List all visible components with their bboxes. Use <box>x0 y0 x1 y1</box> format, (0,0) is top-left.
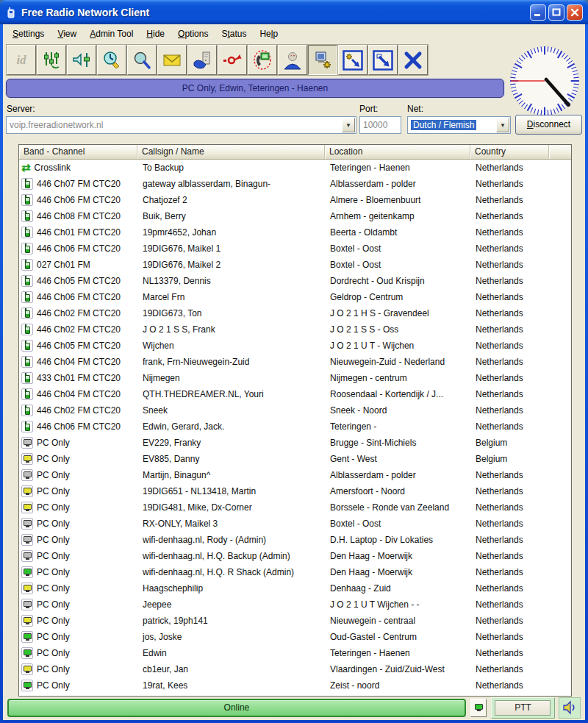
table-row[interactable]: 446 Ch04 FM CTC20QTH.THEDREAMER.NL, Your… <box>19 386 571 402</box>
server-dropdown-arrow[interactable]: ▼ <box>342 118 355 132</box>
table-row[interactable]: 446 Ch04 FM CTC20frank, Frn-Nieuwegein-Z… <box>19 354 571 370</box>
gear-export-button[interactable] <box>338 45 368 75</box>
table-row[interactable]: 446 Ch06 FM CTC20Marcel FrnGeldrop - Cen… <box>19 289 571 305</box>
table-row[interactable]: PC Only19DIG481, Mike, Dx-CornerBorssele… <box>19 499 571 516</box>
online-button[interactable]: Online <box>7 699 466 717</box>
table-row[interactable]: 433 Ch01 FM CTC20NijmegenNijmegen - cent… <box>19 370 571 386</box>
server-hand-button[interactable] <box>187 45 217 75</box>
audio-mixer-button[interactable] <box>37 45 66 75</box>
volume-slider-button[interactable] <box>67 45 96 75</box>
search-button[interactable] <box>127 45 157 75</box>
volume-slider-icon <box>72 51 91 70</box>
cell-location: Teteringen - Haenen <box>325 163 470 173</box>
table-row[interactable]: PC Only19DIG651 - NL13418, MartinAmersfo… <box>19 483 571 499</box>
cell-callsign-name: wifi-denhaag.nl, H.Q. R Shack (Admin) <box>137 567 325 577</box>
minimize-arrow-button[interactable] <box>368 45 398 75</box>
table-row[interactable]: PC OnlyRX-ONLY, Maikel 3Boxtel - OostNet… <box>19 516 571 532</box>
cell-band-channel: 446 Ch07 FM CTC20 <box>19 178 137 190</box>
table-row[interactable]: 446 Ch05 FM CTC20WijchenJ O 2 1 U T - Wi… <box>19 338 571 354</box>
table-row[interactable]: PC OnlyEdwinTeteringen - HaenenNetherlan… <box>19 645 571 661</box>
table-row[interactable]: 446 Ch02 FM CTC2019DIG673, TonJ O 2 1 H … <box>19 305 571 321</box>
net-label: Net: <box>407 104 423 114</box>
menu-help[interactable]: Help <box>253 26 284 41</box>
cell-band-channel: 446 Ch08 FM CTC20 <box>19 210 137 222</box>
id-button[interactable]: id <box>7 45 36 75</box>
cell-country: Netherlands <box>470 405 571 416</box>
cell-callsign-name: frank, Frn-Nieuwegein-Zuid <box>137 357 325 367</box>
ptt-button[interactable]: PTT <box>495 700 551 716</box>
table-row[interactable]: PC OnlyMartijn, Binagun^Alblasserdam - p… <box>19 467 571 483</box>
net-dropdown-arrow[interactable]: ▼ <box>496 118 509 132</box>
table-row[interactable]: PC OnlyHaagschephilipDenhaag - ZuidNethe… <box>19 580 571 596</box>
cell-callsign-name: Marcel Frn <box>137 292 325 302</box>
menu-view[interactable]: View <box>51 26 83 41</box>
table-row[interactable]: ⇄CrosslinkTo BackupTeteringen - HaenenNe… <box>19 160 571 176</box>
phone-link-button[interactable] <box>248 45 277 75</box>
pc-online-icon <box>473 702 484 713</box>
cell-band-channel: 446 Ch04 FM CTC20 <box>19 356 137 368</box>
server-combobox[interactable]: voip.freeradionetwork.nl ▼ <box>6 116 356 134</box>
minimize-button[interactable] <box>530 4 546 21</box>
frn-client-window: Free Radio Network Client Settings View … <box>0 0 588 723</box>
table-row[interactable]: 446 Ch06 FM CTC20Chatjozef 2Almere - Blo… <box>19 192 571 208</box>
mail-button[interactable] <box>157 45 187 75</box>
menu-settings[interactable]: Settings <box>6 26 51 41</box>
minimize-arrow-icon <box>373 50 393 71</box>
header-band-channel[interactable]: Band - Channel <box>19 145 137 159</box>
net-combobox[interactable]: Dutch / Flemish ▼ <box>407 116 511 134</box>
record-button[interactable] <box>218 45 247 75</box>
menu-hide[interactable]: Hide <box>140 26 171 41</box>
table-row[interactable]: PC OnlyEV885, DannyGent - WestBelgium <box>19 451 571 467</box>
table-row[interactable]: PC Onlyjos, JoskeOud-Gastel - CentrumNet… <box>19 629 571 645</box>
table-row[interactable]: 446 Ch01 FM CTC2019pmr4652, JohanBeerta … <box>19 224 571 241</box>
table-row[interactable]: 446 Ch07 FM CTC20gateway alblasserdam, B… <box>19 176 571 192</box>
header-location[interactable]: Location <box>325 145 470 159</box>
header-callsign-name[interactable]: Callsign / Name <box>137 145 325 159</box>
table-row[interactable]: 446 Ch06 FM CTC2019DIG676, Maikel 1Boxte… <box>19 241 571 257</box>
table-row[interactable]: PC Onlycb1eur, JanVlaardingen - Zuid/Zui… <box>19 661 571 677</box>
cell-country: Netherlands <box>470 324 571 335</box>
cell-band-channel: PC Only <box>19 615 137 627</box>
cell-callsign-name: Edwin <box>137 648 325 658</box>
table-row[interactable]: PC Onlywifi-denhaag.nl, H.Q. R Shack (Ad… <box>19 564 571 580</box>
cell-band-channel: 446 Ch04 FM CTC20 <box>19 388 137 400</box>
cell-country: Netherlands <box>470 276 571 286</box>
table-row[interactable]: PC OnlyEV229, FrankyBrugge - Sint-Michie… <box>19 435 571 451</box>
table-row[interactable]: PC Onlywifi-denhaag.nl, H.Q. Backup (Adm… <box>19 548 571 564</box>
cell-callsign-name: Wijchen <box>137 341 325 351</box>
header-country[interactable]: Country <box>470 145 549 159</box>
cell-callsign-name: 19DIG676, Maikel 2 <box>137 260 325 270</box>
maximize-button[interactable] <box>548 4 564 21</box>
time-announce-button[interactable] <box>97 45 126 75</box>
table-row[interactable]: 027 Ch01 FM19DIG676, Maikel 2Boxtel - Oo… <box>19 257 571 273</box>
cell-callsign-name: Haagschephilip <box>137 583 325 594</box>
user-button[interactable] <box>278 45 307 75</box>
table-row[interactable]: 446 Ch08 FM CTC20Buik, BerryArnhem - gei… <box>19 208 571 224</box>
search-icon <box>132 51 151 70</box>
table-row[interactable]: 446 Ch02 FM CTC20J O 2 1 S S, FrankJ O 2… <box>19 321 571 338</box>
table-row[interactable]: 446 Ch05 FM CTC20NL13379, DennisDordrech… <box>19 273 571 289</box>
radio-icon <box>21 340 33 352</box>
table-row[interactable]: PC Onlypatrick, 19ph141Nieuwegein - cent… <box>19 613 571 629</box>
table-row[interactable]: PC Only19rat, KeesZeist - noordNetherlan… <box>19 677 571 694</box>
menu-admin-tool[interactable]: Admin Tool <box>83 26 140 41</box>
cell-location: Boxtel - Oost <box>325 243 470 254</box>
close-button[interactable] <box>567 4 583 21</box>
speaker-icon[interactable] <box>562 699 578 716</box>
cell-band-channel: PC Only <box>19 663 137 675</box>
status-banner: PC Only, Edwin, Teteringen - Haenen <box>6 79 504 98</box>
user-icon <box>283 51 302 70</box>
cell-band-channel: 027 Ch01 FM <box>19 259 137 271</box>
cell-location: Geldrop - Centrum <box>325 292 470 302</box>
pc-settings-button[interactable] <box>308 45 337 75</box>
cell-band-channel: PC Only <box>19 534 137 546</box>
table-row[interactable]: PC OnlyJeepeeJ O 2 1 U T Wijchen - -Neth… <box>19 596 571 613</box>
cell-location: J O 2 1 H S - Gravendeel <box>325 308 470 318</box>
menu-status[interactable]: Status <box>215 26 253 41</box>
menu-options[interactable]: Options <box>171 26 215 41</box>
table-row[interactable]: 446 Ch06 FM CTC20Edwin, Gerard, Jack.Tet… <box>19 419 571 435</box>
port-input[interactable]: 10000 <box>359 116 401 134</box>
table-row[interactable]: PC Onlywifi-denhaag.nl, Rody - (Admin)D.… <box>19 532 571 548</box>
table-row[interactable]: 446 Ch02 FM CTC20SneekSneek - NoordNethe… <box>19 402 571 419</box>
exit-button[interactable] <box>398 45 428 75</box>
